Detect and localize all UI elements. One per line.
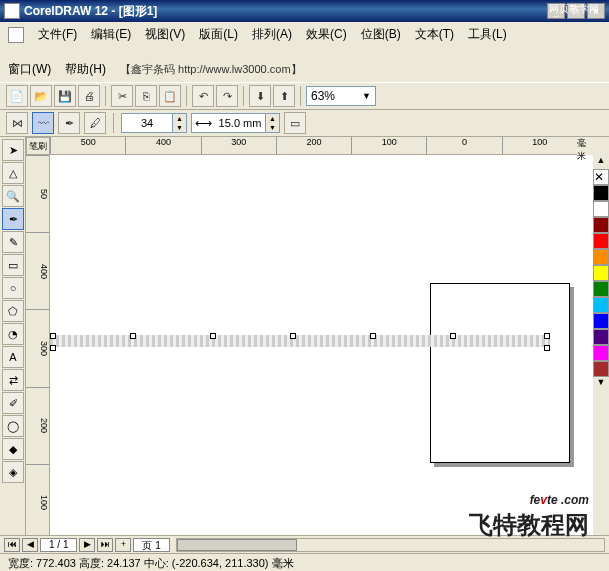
pressure-icon[interactable]: 🖊 <box>84 112 106 134</box>
ruler-unit-label: 毫米 <box>577 137 593 155</box>
spinner-down-icon[interactable]: ▼ <box>265 123 279 132</box>
prev-page-button[interactable]: ◀ <box>22 538 38 552</box>
preset-stroke-icon[interactable]: ⋈ <box>6 112 28 134</box>
color-swatch[interactable] <box>593 185 609 201</box>
polygon-tool[interactable]: ⬠ <box>2 300 24 322</box>
menu-help[interactable]: 帮助(H) <box>65 61 106 78</box>
drawing-area[interactable]: 笔刷 5004003002001000100 毫米 50400300200100 <box>26 137 593 541</box>
export-button[interactable]: ⬆ <box>273 85 295 107</box>
paste-button[interactable]: 📋 <box>159 85 181 107</box>
color-swatch[interactable] <box>593 281 609 297</box>
menu-arrange[interactable]: 排列(A) <box>252 26 292 43</box>
width-value[interactable] <box>215 117 265 129</box>
fill-tool[interactable]: ◆ <box>2 438 24 460</box>
color-palette: ▲ ✕ ▼ <box>593 137 609 541</box>
spinner-up-icon[interactable]: ▲ <box>172 114 186 123</box>
zoom-combo[interactable]: 63%▼ <box>306 86 376 106</box>
color-swatch[interactable] <box>593 217 609 233</box>
open-button[interactable]: 📂 <box>30 85 52 107</box>
ruler-tick: 300 <box>26 309 49 386</box>
color-swatch[interactable] <box>593 297 609 313</box>
width-spinner[interactable]: ⟷ ▲▼ <box>191 113 280 133</box>
selection-handle[interactable] <box>130 333 136 339</box>
menu-window[interactable]: 窗口(W) <box>8 61 51 78</box>
zoom-value: 63% <box>311 89 335 103</box>
eyedropper-tool[interactable]: ✐ <box>2 392 24 414</box>
selection-handle[interactable] <box>450 333 456 339</box>
menu-file[interactable]: 文件(F) <box>38 26 77 43</box>
color-swatch[interactable] <box>593 329 609 345</box>
menu-text[interactable]: 文本(T) <box>415 26 454 43</box>
next-page-button[interactable]: ▶ <box>79 538 95 552</box>
interactive-blend-tool[interactable]: ⇄ <box>2 369 24 391</box>
first-page-button[interactable]: ⏮ <box>4 538 20 552</box>
color-swatch[interactable] <box>593 313 609 329</box>
basic-shapes-tool[interactable]: ◔ <box>2 323 24 345</box>
smart-drawing-tool[interactable]: ✎ <box>2 231 24 253</box>
smoothing-value[interactable] <box>122 117 172 129</box>
bounding-box-icon[interactable]: ▭ <box>284 112 306 134</box>
selection-handle[interactable] <box>210 333 216 339</box>
import-button[interactable]: ⬇ <box>249 85 271 107</box>
artistic-media-icon[interactable]: 〰 <box>32 112 54 134</box>
no-color-swatch[interactable]: ✕ <box>593 169 609 185</box>
ruler-tick: 100 <box>26 464 49 541</box>
outline-tool[interactable]: ◯ <box>2 415 24 437</box>
smoothing-spinner[interactable]: ▲▼ <box>121 113 187 133</box>
rectangle-tool[interactable]: ▭ <box>2 254 24 276</box>
color-swatch[interactable] <box>593 345 609 361</box>
canvas[interactable] <box>50 155 577 541</box>
new-button[interactable]: 📄 <box>6 85 28 107</box>
cut-button[interactable]: ✂ <box>111 85 133 107</box>
copy-button[interactable]: ⎘ <box>135 85 157 107</box>
spinner-up-icon[interactable]: ▲ <box>265 114 279 123</box>
chevron-down-icon: ▼ <box>362 91 371 101</box>
selection-handle[interactable] <box>50 333 56 339</box>
ruler-tick: 200 <box>26 387 49 464</box>
redo-button[interactable]: ↷ <box>216 85 238 107</box>
last-page-button[interactable]: ⏭ <box>97 538 113 552</box>
standard-toolbar: 📄 📂 💾 🖨 ✂ ⎘ 📋 ↶ ↷ ⬇ ⬆ 63%▼ <box>0 82 609 110</box>
width-icon: ⟷ <box>192 116 215 130</box>
print-button[interactable]: 🖨 <box>78 85 100 107</box>
artistic-stroke-object[interactable] <box>50 335 550 347</box>
color-swatch[interactable] <box>593 233 609 249</box>
artistic-media-tool[interactable]: ✒ <box>2 208 24 230</box>
interactive-fill-tool[interactable]: ◈ <box>2 461 24 483</box>
selection-handle[interactable] <box>544 333 550 339</box>
color-swatch[interactable] <box>593 361 609 377</box>
vertical-ruler[interactable]: 50400300200100 <box>26 155 50 541</box>
ellipse-tool[interactable]: ○ <box>2 277 24 299</box>
menu-edit[interactable]: 编辑(E) <box>91 26 131 43</box>
scrollbar-thumb[interactable] <box>177 539 297 551</box>
horizontal-ruler[interactable]: 5004003002001000100 <box>50 137 577 155</box>
selection-handle[interactable] <box>290 333 296 339</box>
zoom-tool[interactable]: 🔍 <box>2 185 24 207</box>
selection-handle[interactable] <box>370 333 376 339</box>
text-tool[interactable]: A <box>2 346 24 368</box>
shape-tool[interactable]: △ <box>2 162 24 184</box>
page-counter: 1 / 1 <box>40 538 77 552</box>
color-swatch[interactable] <box>593 201 609 217</box>
menu-tools[interactable]: 工具(L) <box>468 26 507 43</box>
calligraphic-icon[interactable]: ✒ <box>58 112 80 134</box>
menu-layout[interactable]: 版面(L) <box>199 26 238 43</box>
undo-button[interactable]: ↶ <box>192 85 214 107</box>
color-swatch[interactable] <box>593 249 609 265</box>
ruler-tick: 50 <box>26 155 49 232</box>
menu-bitmap[interactable]: 位图(B) <box>361 26 401 43</box>
color-swatch[interactable] <box>593 265 609 281</box>
menu-effects[interactable]: 效果(C) <box>306 26 347 43</box>
ruler-origin[interactable]: 笔刷 <box>26 137 50 155</box>
spinner-down-icon[interactable]: ▼ <box>172 123 186 132</box>
menu-view[interactable]: 视图(V) <box>145 26 185 43</box>
add-page-button[interactable]: + <box>115 538 131 552</box>
pick-tool[interactable]: ➤ <box>2 139 24 161</box>
palette-scroll-down[interactable]: ▼ <box>593 377 609 391</box>
save-button[interactable]: 💾 <box>54 85 76 107</box>
selection-handle[interactable] <box>50 345 56 351</box>
palette-scroll-up[interactable]: ▲ <box>593 155 609 169</box>
selection-handle[interactable] <box>544 345 550 351</box>
ruler-tick: 0 <box>426 137 501 154</box>
page-tab[interactable]: 页 1 <box>133 538 169 552</box>
